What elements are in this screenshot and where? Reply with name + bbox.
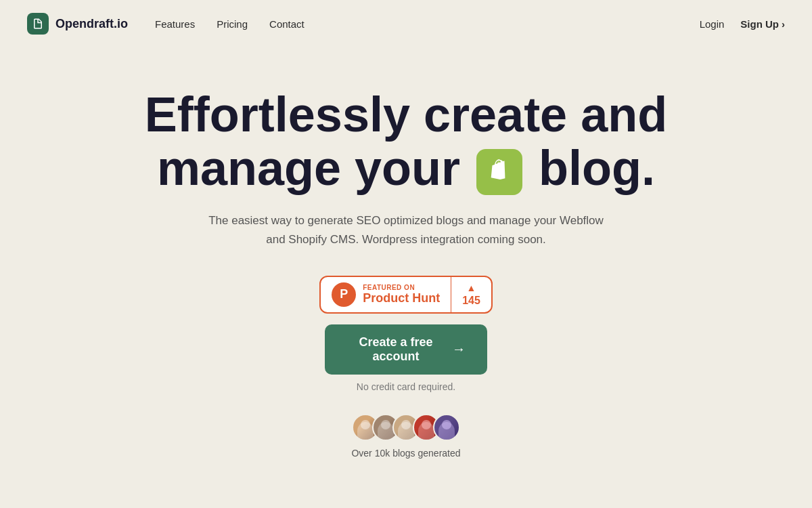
avatar-body-1 [357, 422, 374, 440]
nav-left: Opendraft.io Features Pricing Contact [27, 13, 304, 35]
blogs-generated-text: Over 10k blogs generated [351, 448, 460, 459]
avatar-face-5 [434, 415, 459, 440]
logo-text: Opendraft.io [55, 17, 128, 31]
signup-arrow: › [782, 18, 785, 30]
nav-link-pricing[interactable]: Pricing [217, 18, 248, 30]
ph-right: ▲ 145 [451, 282, 491, 307]
ph-logo: P [332, 282, 356, 307]
avatar-body-2 [378, 422, 394, 440]
logo-svg [32, 18, 44, 30]
hero-section: Effortlessly create and manage your blog… [0, 47, 812, 486]
avatar-body-5 [438, 422, 455, 440]
hero-title: Effortlessly create and manage your blog… [145, 88, 667, 195]
cta-arrow: → [452, 341, 466, 357]
avatar-body-4 [418, 422, 434, 440]
avatar-body-3 [398, 422, 414, 440]
ph-featured-on: FEATURED ON [363, 284, 440, 291]
cta-label: Create a free account [346, 335, 445, 364]
nav-right: Login Sign Up › [700, 18, 785, 30]
avatars-row [352, 414, 460, 441]
login-button[interactable]: Login [700, 18, 725, 30]
hero-title-line2: manage your blog. [157, 141, 655, 195]
hero-title-manage: manage your [157, 141, 460, 195]
hero-title-line1: Effortlessly create and [145, 87, 667, 142]
signup-label: Sign Up [740, 18, 779, 30]
navbar: Opendraft.io Features Pricing Contact Lo… [0, 0, 812, 47]
cta-button[interactable]: Create a free account → [325, 324, 487, 375]
nav-links: Features Pricing Contact [155, 18, 304, 30]
nav-link-features[interactable]: Features [155, 18, 195, 30]
signup-button[interactable]: Sign Up › [740, 18, 785, 30]
shopify-icon-container [476, 149, 522, 195]
nav-link-contact[interactable]: Contact [269, 18, 304, 30]
ph-count: 145 [462, 295, 480, 307]
no-credit-card-text: No credit card required. [357, 381, 455, 392]
shopify-svg [484, 157, 514, 187]
hero-subtitle: The easiest way to generate SEO optimize… [203, 211, 609, 248]
product-hunt-badge[interactable]: P FEATURED ON Product Hunt ▲ 145 [319, 276, 493, 314]
avatars-section: Over 10k blogs generated [351, 414, 460, 459]
hero-title-blog: blog. [539, 141, 655, 195]
logo[interactable]: Opendraft.io [27, 13, 128, 35]
shopify-badge [476, 149, 522, 195]
ph-name: Product Hunt [363, 291, 440, 305]
ph-upvote-arrow: ▲ [467, 282, 476, 293]
ph-left: P FEATURED ON Product Hunt [321, 282, 451, 307]
ph-text-block: FEATURED ON Product Hunt [363, 284, 440, 305]
avatar-5 [433, 414, 460, 441]
logo-icon [27, 13, 49, 35]
